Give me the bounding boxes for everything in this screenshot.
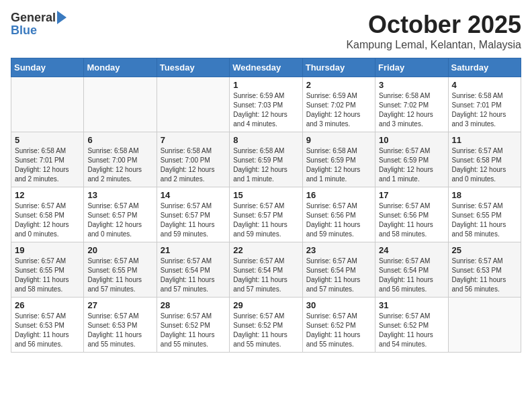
calendar-cell: 13Sunrise: 6:57 AM Sunset: 6:57 PM Dayli… <box>84 187 157 242</box>
day-number: 3 <box>379 80 444 90</box>
day-info: Sunrise: 6:57 AM Sunset: 6:54 PM Dayligh… <box>306 257 371 294</box>
calendar-week-1: 1Sunrise: 6:59 AM Sunset: 7:03 PM Daylig… <box>11 77 521 132</box>
calendar-cell: 11Sunrise: 6:57 AM Sunset: 6:58 PM Dayli… <box>448 132 521 187</box>
calendar-cell: 2Sunrise: 6:59 AM Sunset: 7:02 PM Daylig… <box>302 77 375 132</box>
calendar-cell: 6Sunrise: 6:58 AM Sunset: 7:00 PM Daylig… <box>84 132 157 187</box>
day-number: 13 <box>87 190 152 200</box>
day-number: 8 <box>233 135 298 145</box>
calendar-week-5: 26Sunrise: 6:57 AM Sunset: 6:53 PM Dayli… <box>11 298 521 353</box>
day-number: 20 <box>87 245 152 255</box>
calendar-cell: 5Sunrise: 6:58 AM Sunset: 7:01 PM Daylig… <box>11 132 84 187</box>
day-info: Sunrise: 6:58 AM Sunset: 7:01 PM Dayligh… <box>15 146 80 184</box>
day-number: 30 <box>306 300 371 310</box>
day-info: Sunrise: 6:57 AM Sunset: 6:54 PM Dayligh… <box>161 257 226 294</box>
day-number: 15 <box>233 190 298 200</box>
day-number: 22 <box>233 245 298 255</box>
calendar-cell: 30Sunrise: 6:57 AM Sunset: 6:52 PM Dayli… <box>302 298 375 353</box>
day-info: Sunrise: 6:57 AM Sunset: 6:57 PM Dayligh… <box>161 201 226 239</box>
day-info: Sunrise: 6:57 AM Sunset: 6:52 PM Dayligh… <box>233 312 298 349</box>
weekday-header-row: SundayMondayTuesdayWednesdayThursdayFrid… <box>11 58 521 77</box>
day-number: 24 <box>379 245 444 255</box>
day-number: 10 <box>379 135 444 145</box>
calendar-cell: 3Sunrise: 6:58 AM Sunset: 7:02 PM Daylig… <box>375 77 448 132</box>
calendar-cell: 18Sunrise: 6:57 AM Sunset: 6:55 PM Dayli… <box>448 187 521 242</box>
day-number: 5 <box>15 135 80 145</box>
day-number: 14 <box>161 190 226 200</box>
day-info: Sunrise: 6:57 AM Sunset: 6:57 PM Dayligh… <box>233 201 298 239</box>
day-number: 31 <box>379 300 444 310</box>
day-number: 6 <box>87 135 152 145</box>
logo-blue-text: Blue <box>11 24 37 38</box>
weekday-header-monday: Monday <box>84 58 157 77</box>
day-number: 11 <box>452 135 517 145</box>
day-number: 9 <box>306 135 371 145</box>
calendar-cell: 9Sunrise: 6:58 AM Sunset: 6:59 PM Daylig… <box>302 132 375 187</box>
day-info: Sunrise: 6:59 AM Sunset: 7:03 PM Dayligh… <box>233 91 298 129</box>
day-info: Sunrise: 6:58 AM Sunset: 7:00 PM Dayligh… <box>87 146 152 184</box>
page-header: General Blue October 2025 Kampung Lemal,… <box>11 11 521 51</box>
day-number: 23 <box>306 245 371 255</box>
calendar-week-2: 5Sunrise: 6:58 AM Sunset: 7:01 PM Daylig… <box>11 132 521 187</box>
day-info: Sunrise: 6:58 AM Sunset: 7:01 PM Dayligh… <box>452 91 517 129</box>
day-info: Sunrise: 6:57 AM Sunset: 6:53 PM Dayligh… <box>452 257 517 294</box>
day-info: Sunrise: 6:57 AM Sunset: 6:52 PM Dayligh… <box>306 312 371 349</box>
weekday-header-wednesday: Wednesday <box>230 58 302 77</box>
calendar-cell: 25Sunrise: 6:57 AM Sunset: 6:53 PM Dayli… <box>448 242 521 298</box>
calendar-cell: 15Sunrise: 6:57 AM Sunset: 6:57 PM Dayli… <box>230 187 302 242</box>
calendar-header: SundayMondayTuesdayWednesdayThursdayFrid… <box>11 58 521 77</box>
calendar-cell: 23Sunrise: 6:57 AM Sunset: 6:54 PM Dayli… <box>302 242 375 298</box>
title-section: October 2025 Kampung Lemal, Kelantan, Ma… <box>346 11 521 51</box>
day-info: Sunrise: 6:57 AM Sunset: 6:56 PM Dayligh… <box>306 201 371 239</box>
day-info: Sunrise: 6:57 AM Sunset: 6:56 PM Dayligh… <box>379 201 444 239</box>
calendar-cell: 1Sunrise: 6:59 AM Sunset: 7:03 PM Daylig… <box>230 77 302 132</box>
day-number: 19 <box>15 245 80 255</box>
calendar-cell: 24Sunrise: 6:57 AM Sunset: 6:54 PM Dayli… <box>375 242 448 298</box>
day-number: 1 <box>233 80 298 90</box>
calendar-cell: 8Sunrise: 6:58 AM Sunset: 6:59 PM Daylig… <box>230 132 302 187</box>
weekday-header-sunday: Sunday <box>11 58 84 77</box>
calendar-cell: 10Sunrise: 6:57 AM Sunset: 6:59 PM Dayli… <box>375 132 448 187</box>
calendar-cell: 16Sunrise: 6:57 AM Sunset: 6:56 PM Dayli… <box>302 187 375 242</box>
calendar-cell: 28Sunrise: 6:57 AM Sunset: 6:52 PM Dayli… <box>157 298 229 353</box>
calendar-cell: 7Sunrise: 6:58 AM Sunset: 7:00 PM Daylig… <box>157 132 229 187</box>
day-info: Sunrise: 6:57 AM Sunset: 6:54 PM Dayligh… <box>379 257 444 294</box>
logo: General Blue <box>11 11 66 38</box>
day-info: Sunrise: 6:57 AM Sunset: 6:52 PM Dayligh… <box>161 312 226 349</box>
day-number: 28 <box>161 300 226 310</box>
weekday-header-tuesday: Tuesday <box>157 58 229 77</box>
day-info: Sunrise: 6:58 AM Sunset: 7:02 PM Dayligh… <box>379 91 444 129</box>
day-number: 29 <box>233 300 298 310</box>
day-number: 4 <box>452 80 517 90</box>
day-info: Sunrise: 6:58 AM Sunset: 6:59 PM Dayligh… <box>306 146 371 184</box>
calendar-cell: 31Sunrise: 6:57 AM Sunset: 6:52 PM Dayli… <box>375 298 448 353</box>
calendar-cell: 22Sunrise: 6:57 AM Sunset: 6:54 PM Dayli… <box>230 242 302 298</box>
calendar-cell: 29Sunrise: 6:57 AM Sunset: 6:52 PM Dayli… <box>230 298 302 353</box>
calendar-week-3: 12Sunrise: 6:57 AM Sunset: 6:58 PM Dayli… <box>11 187 521 242</box>
calendar-cell: 4Sunrise: 6:58 AM Sunset: 7:01 PM Daylig… <box>448 77 521 132</box>
logo-arrow-icon <box>57 11 66 24</box>
weekday-header-friday: Friday <box>375 58 448 77</box>
day-info: Sunrise: 6:57 AM Sunset: 6:58 PM Dayligh… <box>15 201 80 239</box>
day-info: Sunrise: 6:57 AM Sunset: 6:53 PM Dayligh… <box>87 312 152 349</box>
day-info: Sunrise: 6:57 AM Sunset: 6:55 PM Dayligh… <box>87 257 152 294</box>
day-number: 26 <box>15 300 80 310</box>
calendar-cell: 27Sunrise: 6:57 AM Sunset: 6:53 PM Dayli… <box>84 298 157 353</box>
calendar-cell: 14Sunrise: 6:57 AM Sunset: 6:57 PM Dayli… <box>157 187 229 242</box>
calendar-cell <box>84 77 157 132</box>
day-info: Sunrise: 6:58 AM Sunset: 7:00 PM Dayligh… <box>161 146 226 184</box>
day-info: Sunrise: 6:57 AM Sunset: 6:54 PM Dayligh… <box>233 257 298 294</box>
calendar-cell <box>157 77 229 132</box>
month-title: October 2025 <box>346 11 521 39</box>
day-info: Sunrise: 6:57 AM Sunset: 6:57 PM Dayligh… <box>87 201 152 239</box>
day-info: Sunrise: 6:58 AM Sunset: 6:59 PM Dayligh… <box>233 146 298 184</box>
day-number: 18 <box>452 190 517 200</box>
weekday-header-thursday: Thursday <box>302 58 375 77</box>
day-number: 21 <box>161 245 226 255</box>
day-info: Sunrise: 6:57 AM Sunset: 6:52 PM Dayligh… <box>379 312 444 349</box>
logo-general-text: General <box>11 11 56 25</box>
day-number: 16 <box>306 190 371 200</box>
day-info: Sunrise: 6:57 AM Sunset: 6:53 PM Dayligh… <box>15 312 80 349</box>
calendar-cell: 17Sunrise: 6:57 AM Sunset: 6:56 PM Dayli… <box>375 187 448 242</box>
day-info: Sunrise: 6:57 AM Sunset: 6:59 PM Dayligh… <box>379 146 444 184</box>
calendar-cell: 21Sunrise: 6:57 AM Sunset: 6:54 PM Dayli… <box>157 242 229 298</box>
